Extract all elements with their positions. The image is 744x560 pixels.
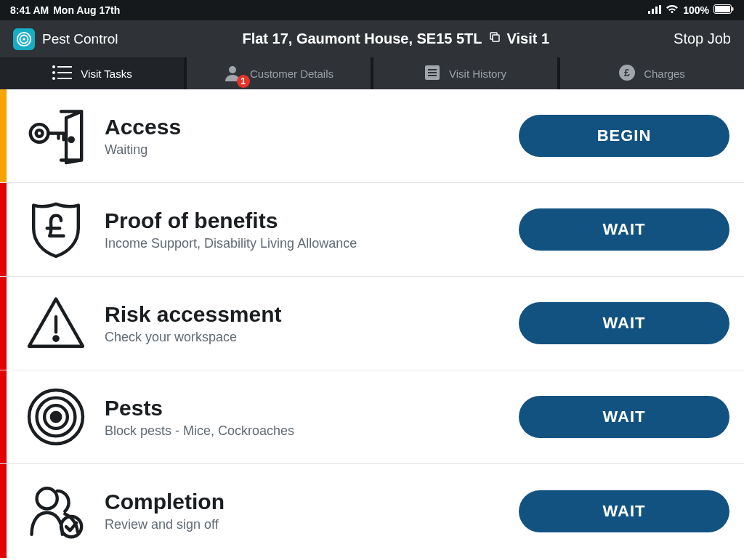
tab-label: Charges [644, 68, 685, 80]
svg-rect-14 [57, 72, 72, 73]
copy-icon[interactable] [488, 31, 501, 47]
svg-rect-3 [659, 5, 661, 14]
app-name: Pest Control [42, 31, 118, 47]
header-bar: Pest Control Flat 17, Gaumont House, SE1… [0, 20, 744, 57]
stop-job-button[interactable]: Stop Job [674, 31, 731, 47]
task-row: Pests Block pests - Mice, Cockroaches WA… [0, 370, 744, 464]
battery-percent: 100% [683, 4, 709, 16]
header-address: Flat 17, Gaumont House, SE15 5TL [242, 31, 482, 47]
svg-point-15 [52, 77, 55, 80]
cellular-icon [648, 4, 661, 16]
tab-customer-details[interactable]: Customer Details 1 [184, 57, 371, 89]
task-subtitle: Review and sign off [105, 517, 504, 532]
status-stripe [0, 370, 7, 463]
task-subtitle: Block pests - Mice, Cockroaches [105, 423, 504, 439]
status-stripe [0, 464, 7, 558]
svg-rect-1 [652, 9, 654, 14]
svg-rect-2 [655, 7, 658, 14]
header-visit: Visit 1 [507, 31, 550, 47]
task-row: Completion Review and sign off WAIT [0, 464, 744, 558]
svg-rect-12 [57, 66, 72, 68]
task-row: Access Waiting BEGIN [0, 89, 744, 183]
svg-point-33 [36, 488, 57, 508]
svg-point-24 [69, 138, 73, 142]
svg-point-13 [52, 71, 55, 74]
list-icon [52, 65, 72, 83]
svg-point-11 [52, 65, 55, 68]
key-door-icon [7, 104, 105, 168]
status-stripe [0, 183, 7, 276]
begin-button[interactable]: BEGIN [519, 115, 729, 157]
status-date: Mon Aug 17th [53, 4, 120, 16]
svg-text:£: £ [624, 67, 630, 78]
task-title: Completion [105, 490, 504, 514]
status-stripe [0, 277, 7, 370]
tab-charges[interactable]: £ Charges [557, 57, 744, 89]
wait-button[interactable]: WAIT [519, 208, 729, 251]
svg-point-32 [51, 413, 60, 421]
svg-rect-5 [715, 6, 730, 12]
svg-rect-19 [428, 69, 437, 70]
tabs: Visit Tasks Customer Details 1 Visit His… [0, 57, 744, 89]
tab-label: Visit Tasks [81, 68, 132, 80]
pound-shield-icon [7, 198, 105, 261]
status-stripe [0, 89, 7, 182]
svg-point-28 [54, 336, 57, 340]
task-row: Risk accessment Check your workspace WAI… [0, 277, 744, 370]
tab-visit-tasks[interactable]: Visit Tasks [0, 57, 184, 89]
task-title: Proof of benefits [105, 208, 504, 233]
task-title: Access [105, 115, 504, 139]
status-time: 8:41 AM [10, 4, 49, 16]
svg-point-9 [23, 38, 25, 41]
wait-button[interactable]: WAIT [519, 302, 729, 344]
task-row: Proof of benefits Income Support, Disabi… [0, 183, 744, 277]
app-icon [13, 28, 35, 50]
task-list: Access Waiting BEGIN Proof of benefits I… [0, 89, 744, 558]
notification-badge: 1 [237, 75, 250, 88]
pound-icon: £ [619, 65, 635, 83]
people-check-icon [7, 479, 105, 543]
svg-rect-6 [732, 7, 734, 11]
svg-point-17 [229, 66, 236, 73]
svg-rect-0 [648, 11, 650, 14]
svg-point-26 [36, 130, 42, 137]
svg-rect-10 [493, 35, 499, 41]
tab-label: Visit History [449, 68, 506, 80]
warning-icon [7, 291, 105, 355]
wait-button[interactable]: WAIT [519, 490, 729, 532]
task-subtitle: Check your workspace [105, 330, 504, 345]
task-subtitle: Income Support, Disability Living Allowa… [105, 236, 504, 251]
task-title: Risk accessment [105, 302, 504, 327]
target-icon [7, 385, 105, 449]
history-icon [424, 65, 440, 83]
svg-point-25 [30, 124, 48, 142]
tab-label: Customer Details [250, 68, 333, 80]
wifi-icon [666, 4, 679, 16]
wait-button[interactable]: WAIT [519, 396, 729, 438]
task-subtitle: Waiting [105, 142, 504, 158]
status-bar: 8:41 AM Mon Aug 17th 100% [0, 0, 744, 20]
svg-rect-16 [57, 78, 72, 79]
svg-rect-20 [428, 72, 437, 73]
tab-visit-history[interactable]: Visit History [371, 57, 557, 89]
task-title: Pests [105, 396, 504, 421]
battery-icon [713, 4, 734, 16]
svg-rect-21 [428, 75, 437, 76]
